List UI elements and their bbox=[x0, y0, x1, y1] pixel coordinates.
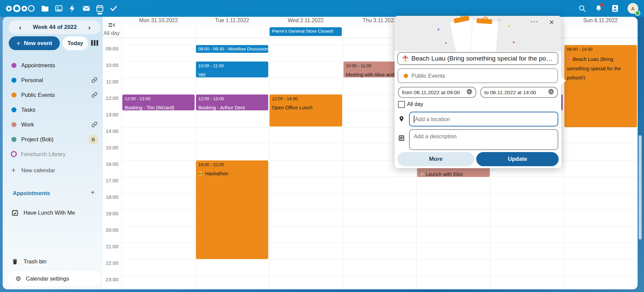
shared-link-icon[interactable] bbox=[91, 92, 97, 99]
week-label: Week 44 of 2022 bbox=[33, 24, 77, 31]
today-button[interactable]: Today bbox=[63, 36, 88, 50]
allday-checkbox[interactable] bbox=[398, 101, 405, 108]
event-title-input[interactable]: Beach Luau (Bring something special for … bbox=[397, 52, 558, 65]
calendar-sidebar: ‹ Week 44 of 2022 › + New event Today Ap… bbox=[3, 17, 103, 289]
hour-label: 15:00 bbox=[103, 145, 118, 150]
event-open-office-lunch[interactable]: 12:00 - 14:00 Open Office Lunch bbox=[270, 95, 342, 126]
shared-link-icon[interactable] bbox=[91, 77, 97, 84]
plus-icon: + bbox=[16, 39, 21, 47]
trash-icon bbox=[11, 259, 18, 264]
calendar-item-public-events[interactable]: Public Events bbox=[3, 87, 103, 102]
online-status-dot bbox=[635, 10, 640, 16]
calendar-settings-button[interactable]: ⚙ Calendar settings bbox=[7, 271, 101, 286]
event-editor-popup: + ··· × Beach Luau (Bring something spec… bbox=[395, 16, 561, 168]
calendar-item-fenchurch-library[interactable]: Fenchurch Library bbox=[3, 147, 103, 161]
nextcloud-logo-icon[interactable] bbox=[6, 3, 27, 13]
hour-label: 09:00 bbox=[103, 46, 118, 51]
close-icon[interactable]: × bbox=[549, 17, 554, 27]
page-scrollbar[interactable] bbox=[639, 135, 642, 240]
shared-link-icon[interactable] bbox=[91, 121, 97, 129]
day-header-wed: Wed 2.11.2022 bbox=[269, 17, 343, 26]
event-hackathon[interactable]: 16:00 - 22:00 Hackathon bbox=[196, 160, 268, 259]
notification-badge bbox=[600, 3, 603, 6]
event-workflow-discussion[interactable]: 09:00 - 09:30 - Workflow Discussion bbox=[196, 45, 268, 53]
mail-icon[interactable] bbox=[81, 3, 91, 13]
appointments-heading: Appointments bbox=[13, 190, 50, 196]
beach-umbrella-emoji bbox=[402, 55, 409, 62]
files-folder-icon[interactable] bbox=[40, 3, 50, 13]
day-header-mon: Mon 31.10.2022 bbox=[122, 17, 195, 26]
calendar-item-tasks[interactable]: Tasks bbox=[3, 102, 103, 117]
beach-umbrella-emoji bbox=[567, 57, 571, 62]
hour-label: 17:00 bbox=[103, 178, 118, 183]
popup-arrow bbox=[561, 77, 566, 85]
calendar-color-dot bbox=[11, 107, 16, 112]
calendar-color-dot bbox=[11, 78, 16, 83]
top-bar: A bbox=[0, 0, 644, 17]
calendar-color-dot bbox=[11, 63, 16, 68]
notifications-bell-icon[interactable] bbox=[594, 3, 604, 13]
calendar-item-personal[interactable]: Personal bbox=[3, 73, 103, 87]
dashboard-circle-icon[interactable] bbox=[26, 3, 36, 13]
event-vet[interactable]: 10:00 - 11:00 Vet bbox=[196, 62, 268, 77]
plus-icon: + bbox=[11, 166, 16, 174]
hour-label: 14:00 bbox=[103, 128, 118, 134]
day-header-sun: Sun 6.11.2022 bbox=[564, 17, 637, 26]
popup-menu-button[interactable]: ··· bbox=[531, 19, 539, 26]
calendar-item-appointments[interactable]: Appointments bbox=[3, 58, 103, 73]
event-beach-luau[interactable]: 09:00 - 14:00 Beach Luau (Bring somethin… bbox=[564, 45, 637, 127]
location-input[interactable]: Add a location bbox=[409, 112, 558, 126]
location-pin-icon bbox=[399, 116, 404, 124]
add-appointment-button[interactable]: + bbox=[91, 188, 95, 196]
calendar-item-project-bob[interactable]: Project (Bob) B bbox=[3, 132, 103, 147]
allday-label: All day bbox=[103, 30, 120, 36]
new-calendar-button[interactable]: + New calendar bbox=[3, 163, 103, 178]
calendar-color-dot bbox=[404, 74, 408, 78]
timezone-globe-icon[interactable] bbox=[467, 89, 472, 96]
timezone-globe-icon[interactable] bbox=[548, 89, 554, 96]
search-icon[interactable] bbox=[577, 3, 587, 13]
active-app-indicator bbox=[97, 13, 102, 14]
more-button[interactable]: More bbox=[397, 152, 474, 166]
share-avatar: B bbox=[88, 135, 98, 144]
calendar-check-icon bbox=[11, 210, 18, 216]
collapse-sidebar-icon[interactable] bbox=[108, 23, 115, 29]
event-pierres-general-store[interactable]: Pierre's General Store Closed! bbox=[270, 27, 342, 36]
calendar-color-ring bbox=[11, 151, 17, 157]
allday-checkbox-label: All day bbox=[407, 101, 423, 107]
hour-label: 21:00 bbox=[103, 244, 118, 249]
hour-label: 13:00 bbox=[103, 112, 118, 117]
description-icon bbox=[399, 135, 404, 142]
gear-icon: ⚙ bbox=[15, 275, 21, 283]
hour-label: 18:00 bbox=[103, 194, 118, 200]
hour-label: 16:00 bbox=[103, 161, 118, 167]
calendar-color-dot bbox=[11, 122, 16, 127]
event-booking-tim[interactable]: 12:00 - 13:00 Booking - Tim (Wizard) bbox=[122, 95, 195, 110]
hour-label: 23:00 bbox=[103, 277, 118, 282]
calendar-picker[interactable]: Public Events bbox=[398, 68, 558, 83]
calendar-icon[interactable] bbox=[95, 3, 105, 13]
photos-icon[interactable] bbox=[54, 3, 64, 13]
calendar-item-work[interactable]: Work bbox=[3, 117, 103, 132]
hour-label: 20:00 bbox=[103, 227, 118, 233]
text-caret bbox=[414, 116, 414, 123]
to-datetime-input[interactable]: to 06.11.2022 at 14:00 bbox=[480, 87, 558, 98]
update-button[interactable]: Update bbox=[476, 152, 559, 166]
week-navigation: ‹ Week 44 of 2022 › bbox=[9, 21, 101, 34]
description-textarea[interactable]: Add a description bbox=[409, 129, 558, 150]
event-booking-arthur[interactable]: 12:00 - 13:00 Booking - Arthur Dent bbox=[196, 95, 268, 110]
tasks-check-icon[interactable] bbox=[109, 3, 119, 13]
trash-bin-button[interactable]: Trash bin bbox=[3, 254, 103, 269]
day-header-tue: Tue 1.11.2022 bbox=[195, 17, 269, 26]
activity-bolt-icon[interactable] bbox=[67, 3, 77, 13]
new-event-button[interactable]: + New event bbox=[9, 36, 60, 50]
next-week-button[interactable]: › bbox=[83, 21, 96, 34]
hour-label: 22:00 bbox=[103, 260, 118, 266]
contacts-icon[interactable] bbox=[610, 3, 620, 13]
popup-header: + ··· × bbox=[395, 16, 561, 51]
appointment-item-have-lunch[interactable]: Have Lunch With Me bbox=[3, 205, 103, 220]
from-datetime-input[interactable]: from 06.11.2022 at 09:00 bbox=[398, 87, 476, 98]
calendar-color-dot bbox=[11, 93, 16, 98]
previous-week-button[interactable]: ‹ bbox=[13, 21, 27, 34]
view-columns-icon[interactable] bbox=[91, 40, 98, 46]
